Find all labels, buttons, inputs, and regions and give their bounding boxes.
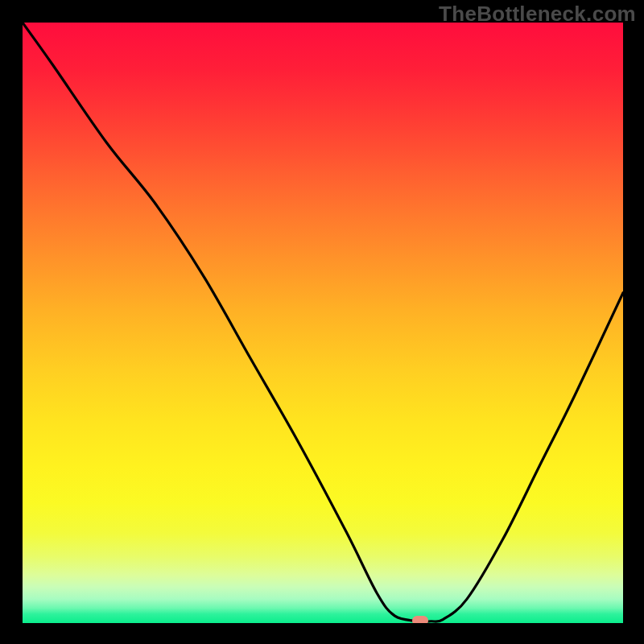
bottleneck-curve (23, 23, 623, 623)
optimal-point-marker (412, 616, 428, 623)
watermark-text: TheBottleneck.com (439, 2, 636, 27)
plot-area (23, 23, 623, 623)
chart-frame: TheBottleneck.com (0, 0, 644, 644)
